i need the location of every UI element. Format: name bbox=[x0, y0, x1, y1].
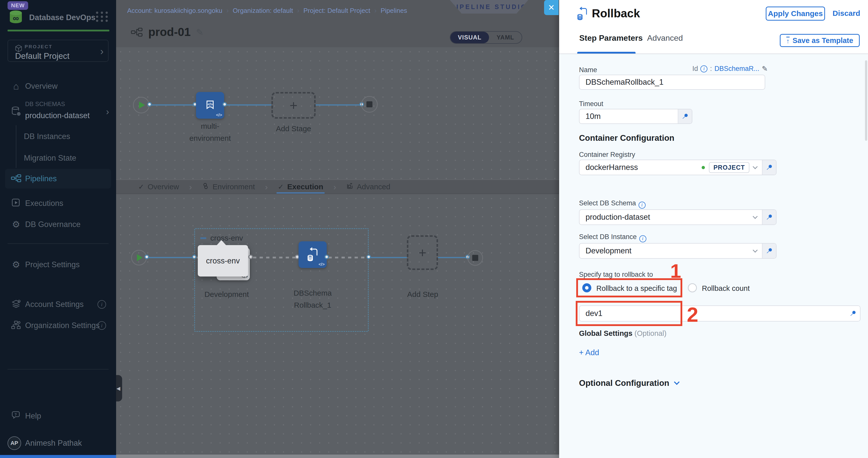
execution-canvas[interactable]: cross-env </> cross-env Development bbox=[116, 194, 559, 454]
database-gear-icon bbox=[10, 106, 22, 118]
breadcrumb-project[interactable]: Project: Default Project bbox=[303, 7, 370, 14]
chevron-down-icon[interactable] bbox=[753, 248, 758, 253]
user-name: Animesh Pathak bbox=[25, 439, 82, 448]
timeout-input[interactable]: 10m bbox=[580, 109, 678, 123]
advanced-icon bbox=[346, 183, 353, 191]
tab-execution[interactable]: ✓ Execution bbox=[278, 180, 323, 193]
radio-label-rollback-count[interactable]: Rollback count bbox=[702, 284, 750, 293]
discard-button[interactable]: Discard bbox=[833, 9, 860, 18]
runtime-input-toggle[interactable] bbox=[678, 109, 692, 123]
chevron-down-icon[interactable] bbox=[753, 214, 758, 219]
stage-canvas[interactable]: </> </> multi-environment + Add Stage bbox=[116, 47, 559, 180]
sidebar-item-project-settings[interactable]: ⚙ Project Settings bbox=[0, 257, 116, 273]
radio-rollback-count[interactable] bbox=[688, 283, 697, 292]
cross-env-tooltip: cross-env bbox=[198, 245, 248, 276]
sidebar-user[interactable]: AP Animesh Pathak bbox=[0, 435, 116, 451]
connector bbox=[146, 257, 194, 258]
visual-yaml-toggle: VISUAL YAML bbox=[450, 31, 522, 44]
stage-label[interactable]: multi-environment bbox=[182, 120, 238, 144]
tab-environment[interactable]: Environment bbox=[202, 180, 255, 193]
chevron-right-icon: › bbox=[374, 6, 376, 14]
sidebar-item-db-governance[interactable]: ⚙ DB Governance bbox=[0, 217, 116, 232]
sidebar-item-migration-state[interactable]: Migration State bbox=[0, 150, 116, 166]
sidebar-item-db-schemas[interactable]: DB SCHEMAS production-dataset › bbox=[0, 104, 116, 120]
add-stage-button[interactable]: + bbox=[271, 92, 316, 119]
breadcrumb-pipelines[interactable]: Pipelines bbox=[380, 7, 407, 14]
toggle-yaml[interactable]: YAML bbox=[489, 32, 522, 43]
container-configuration-heading: Container Configuration bbox=[579, 133, 674, 143]
project-selector[interactable]: PROJECT Default Project › bbox=[7, 40, 108, 62]
sidebar-item-help[interactable]: ? Help bbox=[0, 408, 116, 424]
edit-pencil-icon[interactable]: ✎ bbox=[762, 65, 768, 73]
sidebar-item-account-settings[interactable]: Account Settings i bbox=[0, 297, 116, 312]
container-registry-select[interactable]: dockerHarness PROJECT bbox=[580, 160, 762, 175]
pipeline-end-node[interactable] bbox=[361, 96, 378, 113]
database-devops-logo-icon[interactable]: ∞ bbox=[7, 9, 24, 26]
stage-node-multi-environment[interactable]: </> </> bbox=[196, 92, 224, 119]
sidebar-item-executions[interactable]: Executions bbox=[0, 195, 116, 211]
radio-label-specific-tag[interactable]: Rollback to a specific tag bbox=[596, 284, 677, 293]
save-as-template-button[interactable]: ↑ Save as Template bbox=[780, 34, 860, 47]
pin-icon bbox=[766, 164, 773, 171]
sidebar: NEW ∞ Database DevOps PROJECT Default Pr… bbox=[0, 0, 116, 458]
chevron-down-icon[interactable] bbox=[753, 164, 758, 169]
governance-gear-icon: ⚙ bbox=[10, 219, 22, 230]
radio-rollback-specific-tag[interactable] bbox=[582, 283, 591, 292]
tab-advanced[interactable]: Advanced bbox=[647, 33, 683, 43]
add-step-button[interactable]: + bbox=[407, 235, 438, 270]
svg-text:∞: ∞ bbox=[13, 13, 19, 23]
rollback-step-icon bbox=[576, 6, 589, 22]
global-settings-label: Global Settings (Optional) bbox=[579, 329, 666, 338]
toggle-visual[interactable]: VISUAL bbox=[450, 32, 489, 43]
tab-step-parameters[interactable]: Step Parameters bbox=[579, 33, 643, 43]
sidebar-item-db-instances[interactable]: DB Instances bbox=[0, 129, 116, 144]
edit-pencil-icon[interactable]: ✎ bbox=[196, 27, 204, 38]
canvas-horizontal-scrollbar[interactable] bbox=[116, 455, 559, 458]
tab-advanced[interactable]: Advanced bbox=[346, 180, 390, 193]
yaml-marker-icon: </> bbox=[318, 262, 325, 267]
runtime-input-toggle[interactable] bbox=[762, 210, 776, 224]
plus-icon: + bbox=[289, 97, 298, 113]
pipeline-start-node[interactable] bbox=[133, 97, 150, 113]
apply-changes-button[interactable]: Apply Changes bbox=[766, 6, 825, 21]
app-grid-icon[interactable] bbox=[96, 11, 108, 22]
step1-label[interactable]: Development bbox=[199, 288, 254, 300]
chevron-right-icon: › bbox=[189, 182, 192, 192]
step-node-dbschemarollback[interactable]: </> bbox=[299, 241, 327, 268]
runtime-input-toggle[interactable] bbox=[762, 244, 776, 258]
step2-label[interactable]: DBSchemaRollback_1 bbox=[291, 287, 334, 311]
drawer-scrollbar[interactable] bbox=[865, 60, 867, 141]
info-icon[interactable]: i bbox=[701, 65, 707, 72]
chevron-right-icon: › bbox=[297, 6, 299, 14]
environment-icon bbox=[202, 183, 209, 191]
tab-overview[interactable]: ✓ Overview bbox=[138, 180, 179, 193]
db-schema-select[interactable]: production-dataset bbox=[580, 210, 762, 224]
breadcrumb-account[interactable]: Account: kurosakiichigo.songoku bbox=[127, 7, 222, 14]
breadcrumb-organization[interactable]: Organization: default bbox=[233, 7, 293, 14]
info-icon: i bbox=[97, 300, 106, 309]
pipeline-studio-screen: NEW ∞ Database DevOps PROJECT Default Pr… bbox=[0, 0, 868, 458]
sidebar-item-pipelines[interactable]: Pipelines bbox=[5, 169, 111, 188]
optional-configuration-toggle[interactable]: Optional Configuration bbox=[579, 378, 679, 388]
add-step-label: Add Step bbox=[395, 288, 450, 300]
help-chat-icon: ? bbox=[10, 411, 22, 421]
runtime-input-toggle[interactable] bbox=[846, 306, 860, 321]
drawer-header: Rollback Apply Changes Discard bbox=[559, 0, 868, 26]
runtime-input-toggle[interactable] bbox=[762, 160, 776, 175]
step-id-value: DBSchemaR... bbox=[714, 65, 760, 73]
sidebar-item-overview[interactable]: ⌂ Overview bbox=[0, 79, 116, 94]
collapse-minus-icon[interactable] bbox=[200, 237, 206, 239]
close-drawer-button[interactable]: ✕ bbox=[544, 0, 559, 15]
optional-hint: (Optional) bbox=[634, 329, 666, 337]
play-square-icon bbox=[10, 198, 22, 209]
execution-end-node[interactable] bbox=[467, 250, 483, 266]
db-instance-select[interactable]: Development bbox=[580, 244, 762, 258]
svg-text:</>: </> bbox=[208, 102, 213, 106]
add-global-setting-link[interactable]: + Add bbox=[579, 348, 599, 357]
connector-port bbox=[147, 102, 152, 106]
chevron-right-icon: › bbox=[265, 182, 268, 192]
info-icon[interactable]: i bbox=[639, 235, 646, 242]
name-input[interactable] bbox=[579, 75, 765, 90]
sidebar-item-organization-settings[interactable]: Organization Settings i bbox=[0, 318, 116, 333]
info-icon[interactable]: i bbox=[639, 202, 646, 209]
